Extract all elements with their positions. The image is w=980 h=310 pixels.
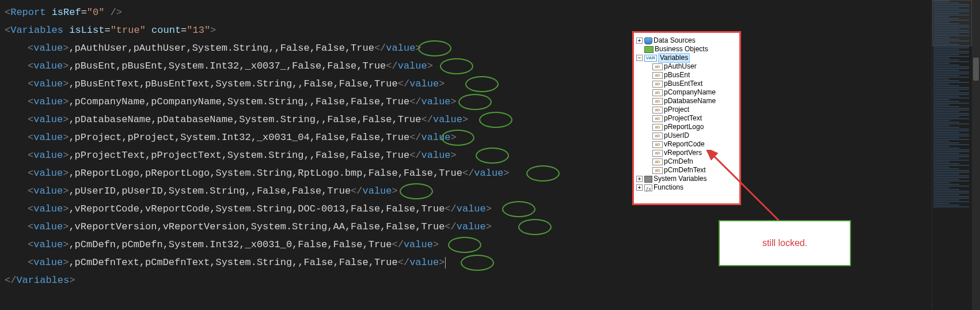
expand-icon[interactable]: +: [636, 184, 643, 191]
expand-icon[interactable]: +: [636, 37, 643, 44]
field-icon: ab: [652, 133, 663, 139]
field-icon: ab: [652, 98, 663, 105]
variables-tree-panel: + Data Sources Business Objects − VAR Va…: [632, 31, 741, 205]
field-icon: ab: [652, 124, 663, 131]
tree-variable-item[interactable]: abpBusEnt: [636, 71, 737, 80]
field-icon: ab: [652, 81, 663, 88]
tree-variable-item[interactable]: abpAuthUser: [636, 62, 737, 71]
xml-value-line: <value>,pUserID,pUserID,System.String,,F…: [5, 182, 975, 200]
annotation-circle: [465, 76, 499, 92]
field-icon: ab: [652, 141, 663, 148]
tree-node-variables[interactable]: − VAR Variables: [636, 54, 737, 62]
tree-variable-item[interactable]: abvReportVers: [636, 149, 737, 157]
object-icon: [644, 46, 654, 53]
collapse-icon[interactable]: −: [636, 55, 643, 61]
xml-value-line: <value>,pProject,pProject,System.Int32,_…: [5, 128, 975, 146]
field-icon: ab: [652, 89, 663, 96]
field-icon: ab: [652, 150, 663, 157]
tree-node-data-sources[interactable]: + Data Sources: [636, 36, 737, 45]
field-icon: ab: [652, 72, 663, 79]
system-icon: [644, 176, 652, 183]
minimap[interactable]: [932, 0, 972, 310]
expand-icon[interactable]: +: [636, 176, 643, 182]
tree-node-system-variables[interactable]: + System Variables: [636, 175, 737, 183]
annotation-circle: [518, 219, 552, 235]
annotation-circle: [440, 58, 473, 74]
tree-node-functions[interactable]: + ƒx Functions: [636, 183, 737, 192]
annotation-circle: [461, 255, 494, 271]
xml-value-line: <value>,pBusEntText,pBusEntText,System.S…: [5, 75, 975, 93]
xml-line: <Variables isList="true" count="13">: [5, 21, 975, 39]
annotation-circle: [526, 165, 560, 182]
annotation-circle: [476, 148, 509, 164]
xml-value-line: <value>,vReportCode,vReportCode,System.S…: [5, 200, 975, 218]
annotation-circle: [479, 112, 512, 128]
field-icon: ab: [652, 158, 663, 165]
xml-value-line: <value>,pDatabaseName,pDatabaseName,Syst…: [5, 111, 975, 128]
annotation-callout: still locked.: [719, 220, 851, 266]
scrollbar-thumb[interactable]: [973, 58, 979, 81]
xml-value-line: <value>,pProjectText,pProjectText,System…: [5, 146, 975, 164]
tree-variable-item[interactable]: abpProject: [636, 105, 737, 114]
field-icon: ab: [652, 63, 663, 70]
xml-line: <Report isRef="0" />: [5, 3, 975, 21]
annotation-circle: [502, 201, 535, 217]
tree-variable-item[interactable]: abvReportCode: [636, 140, 737, 149]
variables-icon: VAR: [644, 55, 657, 62]
tree-node-business-objects[interactable]: Business Objects: [636, 45, 737, 54]
annotation-circle: [400, 183, 433, 199]
xml-value-line: <value>,pAuthUser,pAuthUser,System.Strin…: [5, 39, 975, 57]
text-cursor: [445, 257, 446, 269]
tree-variable-item[interactable]: abpDatabaseName: [636, 97, 737, 105]
database-icon: [644, 37, 652, 44]
tree-variable-item[interactable]: abpUserID: [636, 131, 737, 140]
annotation-circle: [448, 237, 481, 253]
tree-variable-item[interactable]: abpCmDefn: [636, 157, 737, 166]
annotation-circle: [458, 94, 492, 110]
function-icon: ƒx: [644, 184, 652, 191]
tree-variable-item[interactable]: abpReportLogo: [636, 123, 737, 131]
xml-value-line: <value>,pReportLogo,pReportLogo,System.S…: [5, 164, 975, 182]
annotation-circle: [418, 40, 451, 56]
field-icon: ab: [652, 167, 663, 174]
tree-variable-item[interactable]: abpCompanyName: [636, 88, 737, 97]
tree-variable-item[interactable]: abpBusEntText: [636, 80, 737, 88]
field-icon: ab: [652, 115, 663, 122]
xml-value-line: <value>,pCompanyName,pCompanyName,System…: [5, 93, 975, 111]
field-icon: ab: [652, 107, 663, 114]
tree-variable-item[interactable]: abpProjectText: [636, 114, 737, 123]
xml-value-line: <value>,pBusEnt,pBusEnt,System.Int32,_x0…: [5, 57, 975, 75]
xml-line: </Variables>: [5, 271, 975, 289]
tree-variable-item[interactable]: abpCmDefnText: [636, 166, 737, 175]
vertical-scrollbar[interactable]: [972, 0, 980, 310]
